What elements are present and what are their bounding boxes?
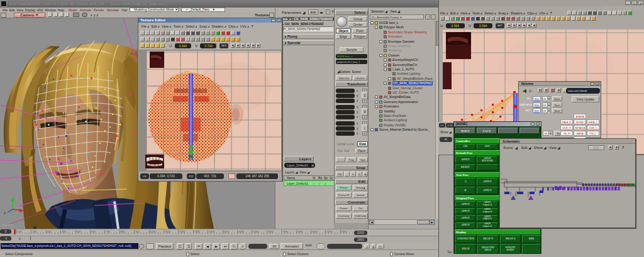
svg-text:X: X: [24, 209, 26, 213]
svg-text:Result: Result: [3, 223, 13, 227]
svg-text:z: z: [4, 211, 6, 215]
